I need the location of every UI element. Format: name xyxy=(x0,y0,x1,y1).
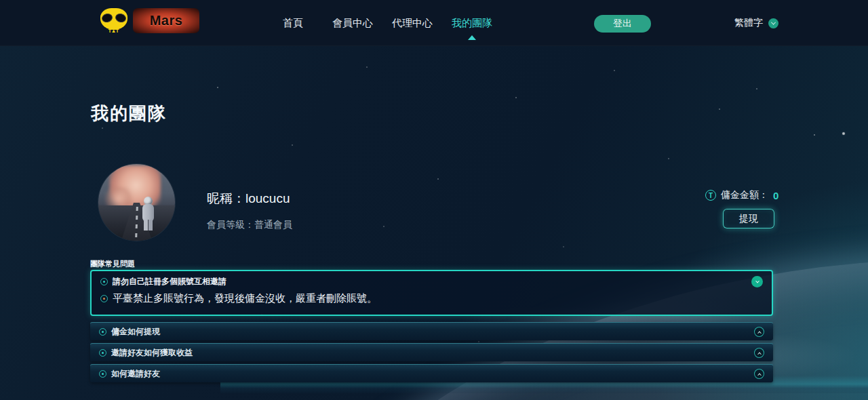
faq-section-label: 團隊常見問題 xyxy=(90,259,135,269)
faq-question: 邀請好友如何獲取收益 xyxy=(111,347,193,359)
nickname: 昵稱：loucucu xyxy=(207,190,290,207)
faq-item-2[interactable]: 邀請好友如何獲取收益 xyxy=(90,343,773,361)
faq-item-1[interactable]: 傭金如何提現 xyxy=(90,322,773,340)
faq-question: 請勿自己註冊多個賬號互相邀請 xyxy=(113,276,226,287)
tether-token-icon: T xyxy=(705,190,716,201)
member-level: 會員等級：普通會員 xyxy=(207,219,292,231)
answer-bullet-icon xyxy=(100,295,108,302)
brand-name-badge: Mars xyxy=(133,8,199,33)
nickname-value: loucucu xyxy=(245,191,290,205)
navbar: T▴T Mars 首頁 會員中心 代理中心 我的團隊 登出 繁體字 xyxy=(0,0,868,46)
chevron-up-icon[interactable] xyxy=(754,369,764,379)
brand-logo[interactable]: T▴T Mars xyxy=(99,7,199,34)
alien-logo-icon: T▴T xyxy=(99,7,129,34)
language-label: 繁體字 xyxy=(734,17,763,29)
faq-question-row: 請勿自己註冊多個賬號互相邀請 xyxy=(100,276,226,287)
language-selector[interactable]: 繁體字 xyxy=(734,17,778,29)
question-bullet-icon xyxy=(99,370,106,378)
astronaut-figure xyxy=(141,197,156,232)
nav-my-team[interactable]: 我的團隊 xyxy=(442,0,502,46)
page-title: 我的團隊 xyxy=(91,102,167,125)
member-level-label: 會員等級： xyxy=(207,219,254,230)
chevron-down-icon xyxy=(768,18,778,28)
avatar xyxy=(98,164,175,241)
nav-member-center[interactable]: 會員中心 xyxy=(323,0,382,46)
question-bullet-icon xyxy=(100,278,108,285)
faq-answer: 平臺禁止多賬號行為，發現後傭金沒收，嚴重者刪除賬號。 xyxy=(113,292,377,305)
main-content: 我的團隊 昵稱：loucucu 會員等級：普通會員 T 傭金金額： 0 提 xyxy=(0,46,868,400)
logout-button[interactable]: 登出 xyxy=(594,15,651,33)
withdraw-button[interactable]: 提現 xyxy=(723,209,774,228)
faq-answer-row: 平臺禁止多賬號行為，發現後傭金沒收，嚴重者刪除賬號。 xyxy=(100,292,377,305)
page: T▴T Mars 首頁 會員中心 代理中心 我的團隊 登出 繁體字 我的團 xyxy=(0,0,868,400)
member-level-value: 普通會員 xyxy=(254,219,292,230)
faq-item-3[interactable]: 如何邀請好友 xyxy=(90,364,773,382)
chevron-up-icon[interactable] xyxy=(754,327,764,337)
starfield xyxy=(0,46,1,47)
main-nav: 首頁 會員中心 代理中心 我的團隊 xyxy=(263,0,502,46)
faq-question: 如何邀請好友 xyxy=(111,368,160,380)
commission-amount: T 傭金金額： 0 xyxy=(705,189,778,201)
faq-question: 傭金如何提現 xyxy=(111,326,160,338)
question-bullet-icon xyxy=(99,328,106,336)
nav-my-team-label: 我的團隊 xyxy=(452,17,492,30)
commission-value: 0 xyxy=(773,190,778,201)
question-bullet-icon xyxy=(99,349,106,357)
chevron-down-icon[interactable] xyxy=(751,276,763,287)
faq-item-0[interactable]: 請勿自己註冊多個賬號互相邀請 平臺禁止多賬號行為，發現後傭金沒收，嚴重者刪除賬號… xyxy=(90,270,773,316)
brand-name: Mars xyxy=(150,13,183,28)
chevron-up-icon[interactable] xyxy=(754,348,764,358)
nickname-label: 昵稱： xyxy=(207,191,245,205)
active-tab-indicator xyxy=(468,35,476,40)
nav-agent-center[interactable]: 代理中心 xyxy=(382,0,442,46)
nav-home[interactable]: 首頁 xyxy=(263,0,323,46)
commission-label: 傭金金額： xyxy=(721,189,768,201)
